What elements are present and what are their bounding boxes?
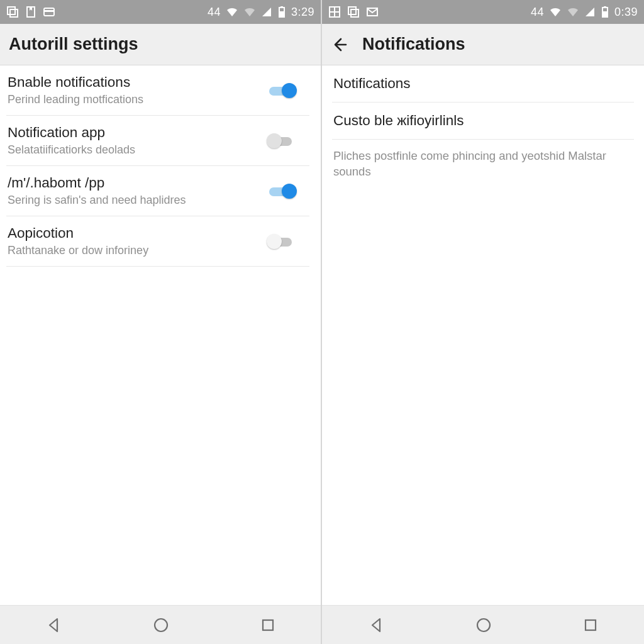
navbar-right (322, 605, 644, 644)
dual-phone-stage: 44 3:29 Autorill settings (0, 0, 644, 644)
setting-subtitle: Rathtanake or dow inforiney (8, 244, 148, 257)
list-item-label: Notifications (333, 75, 411, 91)
statusbar-left-icons (6, 6, 55, 18)
svg-rect-7 (280, 11, 284, 16)
wifi-dim-icon (567, 6, 579, 18)
svg-rect-20 (586, 620, 596, 630)
statusbar-right: 44 0:39 (322, 0, 644, 24)
statusbar-left: 44 3:29 (0, 0, 321, 24)
nav-back-icon[interactable] (367, 616, 385, 634)
description-text: Pliches postfinle come phincing and yeot… (332, 140, 634, 189)
setting-row-notification-app[interactable]: Notification app Selatatiificatiorks deo… (6, 116, 309, 166)
back-button[interactable] (331, 36, 348, 53)
setting-title: Notification app (8, 125, 135, 141)
setting-title: /m'/.habomt /pp (8, 175, 186, 191)
square-overlap-icon (347, 6, 360, 18)
setting-subtitle: Perind leading motfications (8, 93, 143, 106)
statusbar-right-cluster-left: 44 3:29 (208, 6, 314, 19)
bookmark-icon (25, 6, 36, 18)
appbar-right: Notifications (322, 24, 644, 65)
setting-subtitle: Sering is safin's and need haplidres (8, 194, 186, 207)
toggle-habomt[interactable] (265, 182, 298, 201)
navbar-left (0, 605, 321, 644)
toggle-enable-notifications[interactable] (265, 81, 298, 100)
toggle-aopicotion[interactable] (265, 232, 298, 251)
page-title: Autorill settings (9, 35, 138, 54)
card-icon (43, 6, 55, 18)
setting-text: Aopicotion Rathtanake or dow inforiney (8, 225, 148, 257)
svg-rect-14 (351, 9, 358, 17)
phone-left: 44 3:29 Autorill settings (0, 0, 322, 644)
nav-home-icon[interactable] (152, 616, 170, 634)
page-title: Notifications (362, 35, 465, 54)
statusbar-time: 3:29 (291, 6, 314, 19)
cell-signal-icon (261, 6, 272, 18)
svg-rect-6 (280, 6, 283, 8)
setting-row-aopicotion[interactable]: Aopicotion Rathtanake or dow inforiney (6, 216, 309, 267)
content-right[interactable]: Notifications Custo ble жifioyirlinls Pl… (322, 65, 644, 605)
svg-rect-9 (263, 620, 273, 630)
battery-icon (277, 6, 286, 18)
statusbar-right-cluster-right: 44 0:39 (531, 6, 638, 19)
setting-text: Notification app Selatatiificatiorks deo… (8, 125, 135, 157)
wifi-icon (549, 6, 562, 18)
settings-list: Bnable notifications Perind leading motf… (0, 65, 321, 267)
setting-subtitle: Selatatiificatiorks deolads (8, 143, 135, 157)
statusbar-time: 0:39 (614, 6, 638, 19)
svg-rect-18 (603, 11, 607, 16)
svg-point-19 (477, 619, 490, 631)
svg-point-8 (155, 619, 167, 631)
content-left[interactable]: Bnable notifications Perind leading motf… (0, 65, 321, 605)
setting-text: Bnable notifications Perind leading motf… (8, 74, 143, 106)
appbar-left: Autorill settings (0, 24, 321, 65)
nav-back-icon[interactable] (45, 616, 62, 634)
nav-recent-icon[interactable] (582, 617, 599, 633)
square-overlap-icon (6, 6, 19, 18)
list-item-label: Custo ble жifioyirlinls (333, 113, 464, 128)
statusbar-number: 44 (531, 6, 544, 19)
setting-title: Bnable notifications (8, 74, 143, 91)
svg-rect-17 (604, 6, 606, 8)
nav-home-icon[interactable] (475, 616, 492, 634)
setting-row-enable-notifications[interactable]: Bnable notifications Perind leading motf… (6, 65, 309, 116)
svg-rect-1 (10, 9, 18, 17)
svg-rect-13 (348, 7, 356, 14)
mail-icon (366, 6, 379, 18)
svg-rect-4 (44, 10, 54, 12)
list-item-custo[interactable]: Custo ble жifioyirlinls (332, 103, 634, 140)
toggle-notification-app[interactable] (265, 131, 298, 150)
battery-icon (601, 6, 609, 18)
setting-title: Aopicotion (8, 225, 148, 242)
phone-right: 44 0:39 Notifications (322, 0, 644, 644)
notifications-list: Notifications Custo ble жifioyirlinls Pl… (322, 65, 644, 189)
nav-recent-icon[interactable] (260, 617, 276, 633)
statusbar-left-icons (328, 6, 379, 18)
wifi-icon (226, 6, 238, 18)
list-item-notifications[interactable]: Notifications (332, 65, 634, 103)
setting-row-habomt[interactable]: /m'/.habomt /pp Sering is safin's and ne… (6, 166, 309, 216)
statusbar-number: 44 (208, 6, 221, 19)
wifi-dim-icon (243, 6, 256, 18)
grid-icon (328, 6, 341, 18)
setting-text: /m'/.habomt /pp Sering is safin's and ne… (8, 175, 186, 207)
svg-rect-0 (8, 7, 15, 14)
cell-signal-icon (584, 6, 596, 18)
